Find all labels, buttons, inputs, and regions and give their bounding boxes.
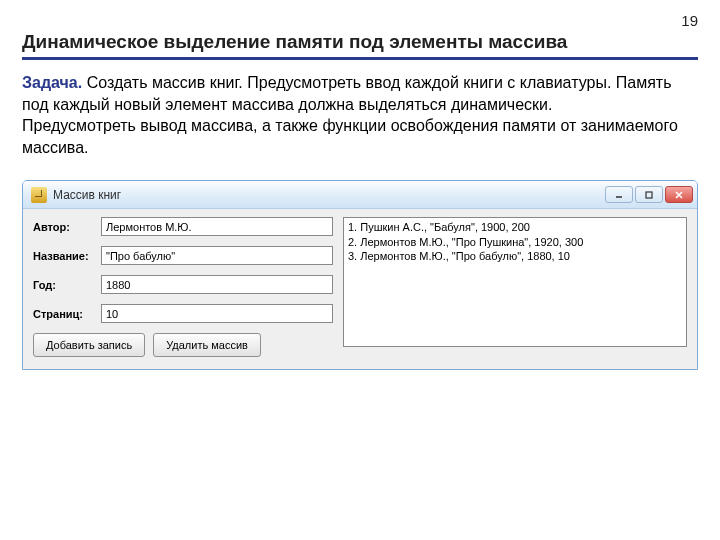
list-item: 2. Лермонтов М.Ю., "Про Пушкина", 1920, …	[348, 235, 682, 249]
records-listbox[interactable]: 1. Пушкин А.С., "Бабуля", 1900, 200 2. Л…	[343, 217, 687, 347]
minimize-button[interactable]	[605, 186, 633, 203]
page-title: Динамическое выделение памяти под элемен…	[22, 31, 698, 60]
close-button[interactable]	[665, 186, 693, 203]
titlebar: Массив книг	[23, 181, 697, 209]
maximize-icon	[644, 190, 654, 200]
task-label: Задача.	[22, 74, 82, 91]
window-title: Массив книг	[53, 188, 605, 202]
delete-array-button[interactable]: Удалить массив	[153, 333, 261, 357]
task-text-2: Предусмотреть вывод массива, а также фун…	[22, 117, 678, 156]
title-label: Название:	[33, 250, 101, 262]
pages-input[interactable]	[101, 304, 333, 323]
list-item: 1. Пушкин А.С., "Бабуля", 1900, 200	[348, 220, 682, 234]
add-record-button[interactable]: Добавить запись	[33, 333, 145, 357]
title-input[interactable]	[101, 246, 333, 265]
year-label: Год:	[33, 279, 101, 291]
form-panel: Автор: Название: Год: Страниц: Добавить …	[33, 217, 333, 357]
minimize-icon	[614, 190, 624, 200]
task-paragraph: Задача. Создать массив книг. Предусмотре…	[22, 72, 698, 158]
window-controls	[605, 186, 693, 203]
page-number: 19	[22, 12, 698, 29]
pages-label: Страниц:	[33, 308, 101, 320]
maximize-button[interactable]	[635, 186, 663, 203]
task-text-1: Создать массив книг. Предусмотреть ввод …	[22, 74, 672, 113]
year-input[interactable]	[101, 275, 333, 294]
app-icon	[31, 187, 47, 203]
author-input[interactable]	[101, 217, 333, 236]
svg-rect-1	[646, 192, 652, 198]
close-icon	[674, 190, 684, 200]
client-area: Автор: Название: Год: Страниц: Добавить …	[23, 209, 697, 369]
list-item: 3. Лермонтов М.Ю., "Про бабулю", 1880, 1…	[348, 249, 682, 263]
app-window: Массив книг Автор: Название: Год	[22, 180, 698, 370]
author-label: Автор:	[33, 221, 101, 233]
